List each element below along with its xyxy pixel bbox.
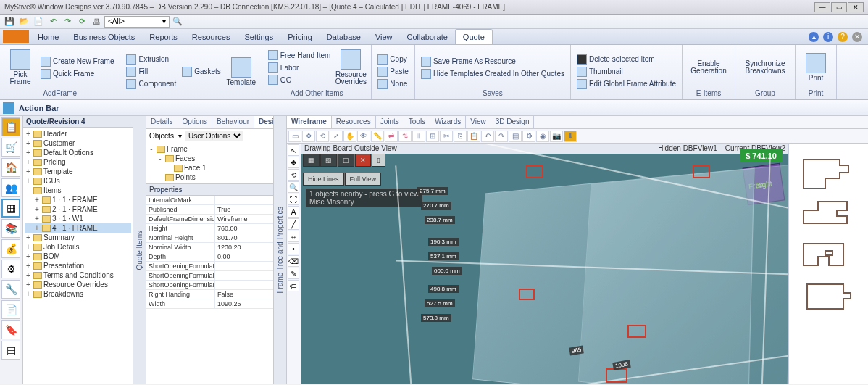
qat-redo-icon[interactable]: ↷ (61, 16, 74, 28)
vp-mode1-icon[interactable]: ▦ (303, 154, 320, 167)
property-row[interactable]: ShortOpeningFormulaLeft (146, 262, 273, 271)
action-bar-icon[interactable] (3, 102, 14, 114)
vp-close-icon[interactable]: ✕ (355, 154, 371, 167)
ctool-tag-icon[interactable]: 🏷 (288, 280, 299, 291)
viewport-tab[interactable]: Joints (376, 116, 404, 128)
property-row[interactable]: Depth0.00 (146, 252, 273, 262)
tool-paste-icon[interactable]: 📋 (467, 131, 480, 142)
delete-selected-button[interactable]: Delete selected item (575, 54, 677, 65)
tool-mirror-h-icon[interactable]: ⇄ (385, 131, 398, 142)
fill-button[interactable]: Fill (125, 66, 178, 78)
minimize-button[interactable]: — (814, 2, 830, 12)
nav-item[interactable]: +4 · 1 · FRAME (25, 223, 131, 233)
qat-undo-icon[interactable]: ↶ (46, 16, 59, 28)
property-row[interactable]: Width1090.25 (146, 299, 273, 309)
copy-button[interactable]: Copy (376, 54, 410, 65)
tab-database[interactable]: Database (320, 29, 368, 44)
close-button[interactable]: ✕ (848, 2, 864, 12)
tool-eye-icon[interactable]: 👁 (357, 131, 370, 142)
property-row[interactable]: Height760.00 (146, 224, 273, 233)
tool-redo-icon[interactable]: ↷ (495, 131, 508, 142)
object-tree-node[interactable]: -Faces (148, 154, 272, 163)
go-button[interactable]: GO (267, 74, 332, 86)
property-row[interactable]: Nominal Width1230.20 (146, 243, 273, 252)
sync-breakdowns-button[interactable]: Synchronize Breakdowns (740, 46, 790, 88)
viewport-tab[interactable]: Wizards (430, 116, 466, 128)
quick-frame-button[interactable]: Quick Frame (39, 68, 115, 80)
qat-print-icon[interactable]: 🖶 (90, 16, 103, 28)
object-tree-node[interactable]: Points (148, 173, 272, 182)
edit-global-frame-attr-button[interactable]: Edit Global Frame Attribute (575, 78, 677, 90)
enable-generation-button[interactable]: Enable Generation (687, 46, 730, 88)
sidebar-settings-icon[interactable]: ⚙ (1, 260, 20, 278)
property-row[interactable]: ShortOpeningFormulaBtm (146, 281, 273, 290)
tool-layers-icon[interactable]: ▤ (509, 131, 522, 142)
create-new-frame-button[interactable]: Create New Frame (39, 56, 115, 67)
sidebar-wrench-icon[interactable]: 🔧 (1, 280, 20, 299)
qat-new-icon[interactable]: 📄 (32, 16, 45, 28)
property-row[interactable]: DefaultFrameDimensionWireframe (146, 215, 273, 224)
object-tree-node[interactable]: Face 1 (148, 163, 272, 173)
vp-glass-icon[interactable]: ▯ (372, 154, 385, 167)
nav-item[interactable]: +Template (25, 167, 131, 176)
tool-align-icon[interactable]: ⫴ (412, 131, 425, 142)
nav-item[interactable]: +1 · 1 · FRAME (25, 195, 131, 204)
sidebar-home-icon[interactable]: 🏠 (1, 158, 20, 177)
nav-item[interactable]: +Resource Overrides (25, 280, 131, 289)
nav-item[interactable]: +Customer (25, 138, 131, 148)
nav-item[interactable]: +Breakdowns (25, 289, 131, 299)
hide-templates-button[interactable]: Hide Templates Created In Other Quotes (420, 68, 566, 80)
property-row[interactable]: PublishedTrue (146, 205, 273, 215)
none-button[interactable]: None (376, 78, 410, 90)
qat-save-icon[interactable]: 💾 (3, 16, 16, 28)
property-row[interactable]: Nominal Height801.70 (146, 233, 273, 243)
sidebar-stamp-icon[interactable]: 🔖 (1, 320, 20, 339)
sidebar-quote-icon[interactable]: 📋 (1, 117, 20, 136)
ctool-fit-icon[interactable]: ⛶ (288, 194, 299, 205)
help-info-icon[interactable]: i (823, 32, 833, 42)
print-button[interactable]: Print (800, 46, 832, 88)
resource-overrides-button[interactable]: Resource Overrides (335, 46, 367, 88)
tool-camera-icon[interactable]: 📷 (550, 131, 563, 142)
sidebar-window-icon[interactable]: ▦ (1, 199, 20, 218)
tab-resources[interactable]: Resources (185, 29, 238, 44)
tab-home[interactable]: Home (30, 29, 66, 44)
help-close-icon[interactable]: ✕ (852, 32, 862, 42)
ctool-line-icon[interactable]: ╱ (288, 218, 299, 230)
sidebar-money-icon[interactable]: 💰 (1, 239, 20, 258)
viewport-tab[interactable]: View (466, 116, 491, 128)
thumbnail-button[interactable]: Thumbnail (575, 66, 677, 78)
vertical-tab-frame-tree[interactable]: Frame Tree and Properties (274, 116, 287, 384)
nav-item[interactable]: +BOM (25, 252, 131, 261)
ctool-cursor-icon[interactable]: ↖ (288, 144, 299, 156)
property-row[interactable]: ShortOpeningFormulaRt (146, 271, 273, 281)
application-button[interactable] (3, 30, 29, 43)
ctool-text-icon[interactable]: A (288, 206, 299, 218)
tool-export-icon[interactable]: ⬇ (564, 131, 577, 142)
nav-item[interactable]: +Pricing (25, 157, 131, 167)
tool-render-icon[interactable]: ◉ (536, 131, 549, 142)
viewport-tab[interactable]: Wireframe (287, 116, 332, 128)
tab-business-objects[interactable]: Business Objects (66, 29, 142, 44)
nav-item[interactable]: +IGUs (25, 176, 131, 186)
viewport-tab[interactable]: Tools (404, 116, 430, 128)
tool-undo-icon[interactable]: ↶ (481, 131, 494, 142)
design-tab[interactable]: Design (254, 116, 273, 128)
viewport-tab[interactable]: Resources (332, 116, 376, 128)
tab-view[interactable]: View (368, 29, 400, 44)
sidebar-cart-icon[interactable]: 🛒 (1, 138, 20, 157)
component-button[interactable]: Component (125, 78, 178, 90)
tool-snap-icon[interactable]: ⊞ (426, 131, 439, 142)
tab-quote[interactable]: Quote (455, 29, 493, 44)
qat-filter-dropdown[interactable]: <All>▾ (104, 16, 170, 28)
qat-refresh-icon[interactable]: ⟳ (75, 16, 88, 28)
labor-button[interactable]: Labor (267, 62, 332, 73)
ctool-orbit-icon[interactable]: ⟲ (288, 169, 299, 181)
nav-item[interactable]: +Presentation (25, 261, 131, 270)
help-minimize-ribbon-icon[interactable]: ▴ (809, 32, 819, 42)
user-options-dropdown[interactable]: User Options (185, 131, 243, 141)
hide-lines-button[interactable]: Hide Lines (303, 173, 344, 186)
property-row[interactable]: Right HandingFalse (146, 290, 273, 299)
qat-find-icon[interactable]: 🔍 (171, 16, 184, 28)
viewport-tab[interactable]: 3D Design (491, 116, 535, 128)
